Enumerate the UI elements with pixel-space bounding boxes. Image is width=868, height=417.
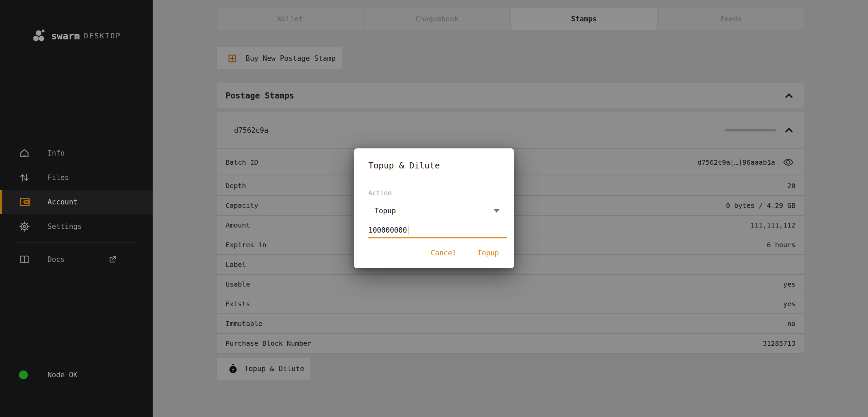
sidebar-item-label: Files: [0, 174, 69, 182]
sidebar-item-label: Settings: [0, 222, 82, 231]
swarm-logo: swarm DESKTOP: [32, 29, 121, 43]
home-icon: [19, 147, 30, 159]
transfer-arrows-icon: [19, 172, 30, 183]
dialog-actions: Cancel Topup: [429, 249, 501, 257]
wallet-icon: [19, 196, 31, 208]
topup-dilute-dialog: Topup & Dilute Action Topup 100000000 Ca…: [354, 148, 514, 268]
book-icon: [19, 254, 30, 265]
action-select-value: Topup: [374, 207, 396, 215]
sidebar-item-account[interactable]: Account: [0, 190, 153, 214]
amount-input-value: 100000000: [368, 226, 407, 234]
confirm-topup-button[interactable]: Topup: [476, 249, 501, 257]
logo-brand-text: swarm: [51, 31, 80, 42]
logo-suffix-text: DESKTOP: [84, 32, 121, 40]
status-dot: [19, 370, 28, 379]
dropdown-arrow-icon: [494, 209, 500, 213]
action-select-label: Action: [368, 189, 392, 197]
node-status: Node OK: [0, 363, 153, 387]
sidebar-item-label: Info: [0, 149, 65, 157]
swarm-hexagons-icon: [32, 29, 47, 43]
action-select[interactable]: Topup: [368, 202, 500, 220]
cancel-button[interactable]: Cancel: [429, 249, 459, 257]
external-link-icon: [108, 255, 117, 264]
app-window: swarm DESKTOP Info Files: [0, 0, 868, 417]
sidebar-item-settings[interactable]: Settings: [0, 214, 153, 239]
sidebar-item-files[interactable]: Files: [0, 165, 153, 190]
gear-icon: [19, 221, 30, 232]
sidebar-nav: Info Files Account: [0, 141, 153, 239]
sidebar: swarm DESKTOP Info Files: [0, 0, 153, 417]
text-caret: [408, 225, 408, 235]
sidebar-item-info[interactable]: Info: [0, 141, 153, 165]
amount-input[interactable]: 100000000: [368, 223, 507, 238]
sidebar-item-label: Account: [0, 198, 78, 206]
sidebar-item-docs[interactable]: Docs: [0, 247, 153, 272]
dialog-title: Topup & Dilute: [368, 161, 440, 170]
status-label: Node OK: [0, 371, 78, 379]
sidebar-divider: [17, 242, 136, 243]
sidebar-item-label: Docs: [0, 255, 65, 264]
